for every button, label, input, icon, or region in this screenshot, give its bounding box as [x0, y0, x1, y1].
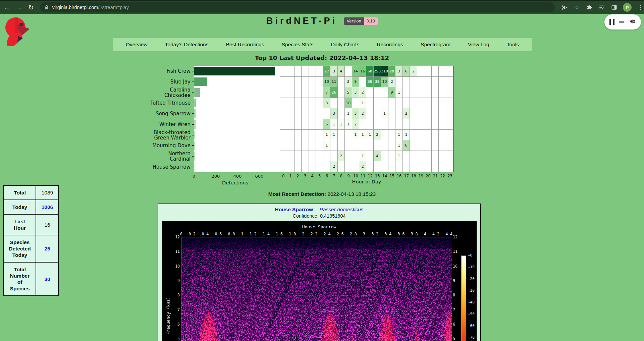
stats-table-body: Total1089Today1006Last Hour16Species Det… [4, 185, 59, 296]
nav-item-overview[interactable]: Overview [126, 42, 148, 48]
nav-item-daily-charts[interactable]: Daily Charts [331, 42, 359, 48]
menu-kebab-icon[interactable]: ⋮ [637, 4, 644, 11]
heat-cell [388, 119, 395, 130]
media-controls-icon[interactable] [598, 4, 605, 11]
time-tick: 2·6 [337, 232, 344, 236]
detection-scientific-name: Passer domesticus [320, 207, 364, 212]
hour-tick: 20 [425, 174, 432, 178]
heat-cell [302, 119, 309, 130]
heat-cell [366, 108, 373, 119]
heat-cell: 2 [359, 87, 366, 98]
forward-icon[interactable]: → [14, 2, 24, 12]
species-label-carolina-chickadee: CarolinaChickadee [144, 87, 194, 98]
seek-dash[interactable] [619, 21, 624, 23]
heat-cell: 28 [388, 66, 395, 77]
heat-cell [417, 77, 424, 88]
heat-cell: 1 [330, 119, 337, 130]
hour-tick: 2 [294, 174, 302, 178]
species-label-blue-jay: Blue Jay [144, 76, 194, 87]
hour-axis-ticks: 01234567891011121314151617181920212223 [280, 174, 453, 178]
reload-icon[interactable]: ↻ [26, 2, 36, 12]
heat-cell [381, 98, 388, 109]
nav-item-view-log[interactable]: View Log [468, 42, 489, 48]
nav-item-spectrogram[interactable]: Spectrogram [421, 42, 450, 48]
heat-cell [294, 66, 302, 77]
freq-tick: 11 [453, 249, 462, 254]
heat-cell [302, 108, 309, 119]
freq-tick: 5 [453, 336, 462, 341]
heat-cell [388, 130, 395, 140]
side-panel-icon[interactable] [610, 4, 618, 11]
detection-confidence-line: Confidence: 0.41351604 [158, 213, 480, 219]
heat-cell [374, 108, 381, 119]
time-tick: 3·6 [398, 232, 405, 236]
address-bar[interactable]: virginia.birdnetpi.com/?stream=play [40, 2, 555, 12]
send-icon[interactable] [561, 4, 568, 11]
heat-cell [309, 140, 316, 151]
heat-cell [417, 161, 424, 172]
detection-common-name[interactable]: House Sparrow: [275, 207, 315, 212]
heat-cell: 14 [352, 66, 359, 77]
heat-cell [446, 119, 453, 130]
nav-item-recordings[interactable]: Recordings [377, 42, 403, 48]
hour-tick: 9 [345, 174, 352, 178]
heat-cell [294, 140, 302, 151]
time-tick: 2·2 [311, 232, 318, 236]
back-icon[interactable]: ← [2, 2, 12, 12]
heat-cell [345, 161, 352, 172]
profile-avatar[interactable]: P [623, 3, 632, 12]
stats-label: Last Hour [4, 214, 36, 235]
freq-tick: 8 [453, 293, 462, 297]
heat-cell [366, 161, 373, 172]
heat-cell [287, 140, 294, 151]
freq-tick: 11 [171, 249, 180, 254]
heat-cell [410, 151, 417, 162]
stats-row-today: Today1006 [4, 200, 59, 214]
stats-value[interactable]: 1006 [36, 200, 59, 214]
hour-tick: 23 [446, 174, 453, 178]
heat-cell [352, 140, 359, 151]
nav-item-today-s-detections[interactable]: Today's Detections [165, 42, 209, 48]
heat-cell: 11 [330, 77, 337, 88]
nav-item-species-stats[interactable]: Species Stats [282, 42, 314, 48]
stats-value[interactable]: 30 [36, 262, 59, 296]
heat-cell [338, 87, 345, 98]
extensions-puzzle-icon[interactable] [586, 4, 593, 11]
heat-cell: 7 [323, 87, 330, 98]
heat-cell [352, 98, 359, 109]
heat-cell: 10 [345, 98, 352, 109]
heat-cell [366, 119, 373, 130]
heat-cell [338, 140, 345, 151]
heat-cell [395, 161, 402, 172]
heat-cell [432, 130, 439, 140]
heat-cell [446, 151, 453, 162]
hour-axis-label: Hour of Day [280, 179, 453, 184]
heat-cell: 1 [323, 130, 330, 140]
pause-icon[interactable] [609, 19, 614, 25]
detections-bar [194, 67, 275, 75]
url-text: virginia.birdnetpi.com/?stream=play [52, 5, 129, 10]
version-badge: Version 0.13 [344, 17, 378, 25]
nav-item-tools[interactable]: Tools [507, 42, 519, 48]
nav-item-best-recordings[interactable]: Best Recordings [226, 42, 264, 48]
time-tick: 4·4 [445, 232, 452, 236]
heat-cell [381, 119, 388, 130]
bookmark-star-icon[interactable]: ☆ [573, 4, 581, 11]
stats-value[interactable]: 25 [36, 235, 59, 262]
volume-icon[interactable] [629, 18, 636, 26]
time-tick: 1·2 [250, 232, 257, 236]
heat-cell [410, 140, 417, 151]
page: ← → ↻ virginia.birdnetpi.com/?stream=pla… [0, 0, 644, 341]
heat-cell: 27 [323, 66, 330, 77]
header: BirdNET-Pi Version 0.13 [0, 16, 644, 26]
heat-cell [280, 98, 287, 109]
heat-cell [381, 87, 388, 98]
heat-cell [302, 161, 309, 172]
heat-cell: 1 [395, 140, 402, 151]
heat-cell [309, 151, 316, 162]
colorbar-tick: -30 [468, 288, 475, 293]
heat-cell [410, 98, 417, 109]
species-label-house-sparrow: House Sparrow [144, 162, 194, 172]
heat-cell: 10 [323, 77, 330, 88]
stats-row-species-detected-today: Species Detected Today25 [4, 235, 59, 262]
